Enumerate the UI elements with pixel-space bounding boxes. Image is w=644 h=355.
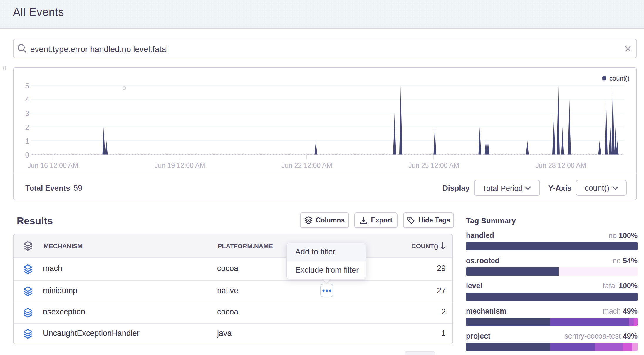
svg-text:Jun 19 12:00 AM: Jun 19 12:00 AM	[155, 162, 205, 169]
svg-text:Jun 16 12:00 AM: Jun 16 12:00 AM	[28, 162, 78, 169]
svg-text:Jun 28 12:00 AM: Jun 28 12:00 AM	[535, 162, 586, 169]
svg-text:3: 3	[25, 109, 29, 118]
svg-text:0: 0	[25, 150, 29, 159]
svg-text:Jun 22 12:00 AM: Jun 22 12:00 AM	[281, 162, 332, 169]
svg-text:2: 2	[25, 123, 29, 132]
svg-text:count(): count()	[609, 75, 629, 82]
svg-text:4: 4	[25, 95, 29, 104]
svg-text:1: 1	[25, 137, 29, 145]
svg-text:Jun 25 12:00 AM: Jun 25 12:00 AM	[408, 162, 459, 169]
svg-text:5: 5	[25, 81, 29, 90]
